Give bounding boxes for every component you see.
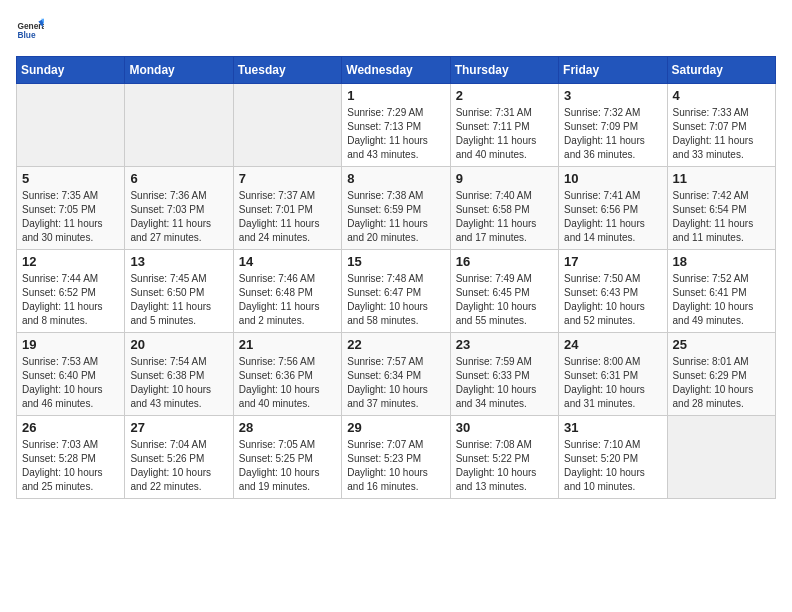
calendar-cell: 26Sunrise: 7:03 AM Sunset: 5:28 PM Dayli… bbox=[17, 416, 125, 499]
day-info: Sunrise: 7:52 AM Sunset: 6:41 PM Dayligh… bbox=[673, 272, 770, 328]
calendar-cell: 24Sunrise: 8:00 AM Sunset: 6:31 PM Dayli… bbox=[559, 333, 667, 416]
day-info: Sunrise: 8:00 AM Sunset: 6:31 PM Dayligh… bbox=[564, 355, 661, 411]
weekday-header-monday: Monday bbox=[125, 57, 233, 84]
calendar-cell: 9Sunrise: 7:40 AM Sunset: 6:58 PM Daylig… bbox=[450, 167, 558, 250]
day-number: 9 bbox=[456, 171, 553, 186]
day-number: 21 bbox=[239, 337, 336, 352]
logo-icon: General Blue bbox=[16, 16, 44, 44]
day-info: Sunrise: 7:44 AM Sunset: 6:52 PM Dayligh… bbox=[22, 272, 119, 328]
day-number: 22 bbox=[347, 337, 444, 352]
calendar-cell: 18Sunrise: 7:52 AM Sunset: 6:41 PM Dayli… bbox=[667, 250, 775, 333]
day-info: Sunrise: 7:07 AM Sunset: 5:23 PM Dayligh… bbox=[347, 438, 444, 494]
weekday-header-sunday: Sunday bbox=[17, 57, 125, 84]
calendar-cell: 8Sunrise: 7:38 AM Sunset: 6:59 PM Daylig… bbox=[342, 167, 450, 250]
page-header: General Blue bbox=[16, 16, 776, 44]
day-number: 6 bbox=[130, 171, 227, 186]
calendar-cell: 31Sunrise: 7:10 AM Sunset: 5:20 PM Dayli… bbox=[559, 416, 667, 499]
day-info: Sunrise: 7:48 AM Sunset: 6:47 PM Dayligh… bbox=[347, 272, 444, 328]
calendar-cell: 6Sunrise: 7:36 AM Sunset: 7:03 PM Daylig… bbox=[125, 167, 233, 250]
day-info: Sunrise: 7:57 AM Sunset: 6:34 PM Dayligh… bbox=[347, 355, 444, 411]
day-info: Sunrise: 8:01 AM Sunset: 6:29 PM Dayligh… bbox=[673, 355, 770, 411]
day-info: Sunrise: 7:35 AM Sunset: 7:05 PM Dayligh… bbox=[22, 189, 119, 245]
calendar-cell bbox=[233, 84, 341, 167]
calendar-cell: 1Sunrise: 7:29 AM Sunset: 7:13 PM Daylig… bbox=[342, 84, 450, 167]
day-info: Sunrise: 7:08 AM Sunset: 5:22 PM Dayligh… bbox=[456, 438, 553, 494]
calendar-cell: 16Sunrise: 7:49 AM Sunset: 6:45 PM Dayli… bbox=[450, 250, 558, 333]
calendar-cell: 29Sunrise: 7:07 AM Sunset: 5:23 PM Dayli… bbox=[342, 416, 450, 499]
day-info: Sunrise: 7:53 AM Sunset: 6:40 PM Dayligh… bbox=[22, 355, 119, 411]
calendar-cell: 4Sunrise: 7:33 AM Sunset: 7:07 PM Daylig… bbox=[667, 84, 775, 167]
day-info: Sunrise: 7:54 AM Sunset: 6:38 PM Dayligh… bbox=[130, 355, 227, 411]
day-number: 30 bbox=[456, 420, 553, 435]
day-info: Sunrise: 7:05 AM Sunset: 5:25 PM Dayligh… bbox=[239, 438, 336, 494]
weekday-header-row: SundayMondayTuesdayWednesdayThursdayFrid… bbox=[17, 57, 776, 84]
calendar-week-4: 19Sunrise: 7:53 AM Sunset: 6:40 PM Dayli… bbox=[17, 333, 776, 416]
day-number: 31 bbox=[564, 420, 661, 435]
day-number: 26 bbox=[22, 420, 119, 435]
calendar-cell: 22Sunrise: 7:57 AM Sunset: 6:34 PM Dayli… bbox=[342, 333, 450, 416]
calendar-cell: 15Sunrise: 7:48 AM Sunset: 6:47 PM Dayli… bbox=[342, 250, 450, 333]
logo: General Blue bbox=[16, 16, 44, 44]
svg-text:Blue: Blue bbox=[17, 30, 35, 40]
day-number: 13 bbox=[130, 254, 227, 269]
calendar-week-3: 12Sunrise: 7:44 AM Sunset: 6:52 PM Dayli… bbox=[17, 250, 776, 333]
calendar-week-1: 1Sunrise: 7:29 AM Sunset: 7:13 PM Daylig… bbox=[17, 84, 776, 167]
day-info: Sunrise: 7:38 AM Sunset: 6:59 PM Dayligh… bbox=[347, 189, 444, 245]
day-number: 10 bbox=[564, 171, 661, 186]
day-number: 4 bbox=[673, 88, 770, 103]
weekday-header-tuesday: Tuesday bbox=[233, 57, 341, 84]
day-number: 28 bbox=[239, 420, 336, 435]
day-number: 1 bbox=[347, 88, 444, 103]
day-number: 5 bbox=[22, 171, 119, 186]
calendar-cell: 28Sunrise: 7:05 AM Sunset: 5:25 PM Dayli… bbox=[233, 416, 341, 499]
calendar-cell: 14Sunrise: 7:46 AM Sunset: 6:48 PM Dayli… bbox=[233, 250, 341, 333]
day-number: 14 bbox=[239, 254, 336, 269]
day-info: Sunrise: 7:32 AM Sunset: 7:09 PM Dayligh… bbox=[564, 106, 661, 162]
calendar-cell: 21Sunrise: 7:56 AM Sunset: 6:36 PM Dayli… bbox=[233, 333, 341, 416]
day-info: Sunrise: 7:42 AM Sunset: 6:54 PM Dayligh… bbox=[673, 189, 770, 245]
weekday-header-thursday: Thursday bbox=[450, 57, 558, 84]
day-info: Sunrise: 7:50 AM Sunset: 6:43 PM Dayligh… bbox=[564, 272, 661, 328]
day-info: Sunrise: 7:45 AM Sunset: 6:50 PM Dayligh… bbox=[130, 272, 227, 328]
day-number: 17 bbox=[564, 254, 661, 269]
day-info: Sunrise: 7:40 AM Sunset: 6:58 PM Dayligh… bbox=[456, 189, 553, 245]
day-info: Sunrise: 7:36 AM Sunset: 7:03 PM Dayligh… bbox=[130, 189, 227, 245]
calendar-cell: 23Sunrise: 7:59 AM Sunset: 6:33 PM Dayli… bbox=[450, 333, 558, 416]
calendar-week-5: 26Sunrise: 7:03 AM Sunset: 5:28 PM Dayli… bbox=[17, 416, 776, 499]
calendar-cell: 20Sunrise: 7:54 AM Sunset: 6:38 PM Dayli… bbox=[125, 333, 233, 416]
weekday-header-friday: Friday bbox=[559, 57, 667, 84]
day-number: 19 bbox=[22, 337, 119, 352]
day-info: Sunrise: 7:59 AM Sunset: 6:33 PM Dayligh… bbox=[456, 355, 553, 411]
day-info: Sunrise: 7:29 AM Sunset: 7:13 PM Dayligh… bbox=[347, 106, 444, 162]
calendar-cell bbox=[125, 84, 233, 167]
day-number: 24 bbox=[564, 337, 661, 352]
day-info: Sunrise: 7:49 AM Sunset: 6:45 PM Dayligh… bbox=[456, 272, 553, 328]
day-number: 25 bbox=[673, 337, 770, 352]
calendar-cell: 19Sunrise: 7:53 AM Sunset: 6:40 PM Dayli… bbox=[17, 333, 125, 416]
day-info: Sunrise: 7:33 AM Sunset: 7:07 PM Dayligh… bbox=[673, 106, 770, 162]
day-info: Sunrise: 7:46 AM Sunset: 6:48 PM Dayligh… bbox=[239, 272, 336, 328]
calendar-cell bbox=[667, 416, 775, 499]
calendar-cell: 11Sunrise: 7:42 AM Sunset: 6:54 PM Dayli… bbox=[667, 167, 775, 250]
day-number: 3 bbox=[564, 88, 661, 103]
calendar-week-2: 5Sunrise: 7:35 AM Sunset: 7:05 PM Daylig… bbox=[17, 167, 776, 250]
calendar-cell: 27Sunrise: 7:04 AM Sunset: 5:26 PM Dayli… bbox=[125, 416, 233, 499]
calendar-cell: 3Sunrise: 7:32 AM Sunset: 7:09 PM Daylig… bbox=[559, 84, 667, 167]
day-info: Sunrise: 7:37 AM Sunset: 7:01 PM Dayligh… bbox=[239, 189, 336, 245]
day-number: 16 bbox=[456, 254, 553, 269]
day-number: 15 bbox=[347, 254, 444, 269]
calendar-cell bbox=[17, 84, 125, 167]
calendar-cell: 12Sunrise: 7:44 AM Sunset: 6:52 PM Dayli… bbox=[17, 250, 125, 333]
calendar-cell: 10Sunrise: 7:41 AM Sunset: 6:56 PM Dayli… bbox=[559, 167, 667, 250]
calendar-cell: 30Sunrise: 7:08 AM Sunset: 5:22 PM Dayli… bbox=[450, 416, 558, 499]
calendar-cell: 17Sunrise: 7:50 AM Sunset: 6:43 PM Dayli… bbox=[559, 250, 667, 333]
day-info: Sunrise: 7:41 AM Sunset: 6:56 PM Dayligh… bbox=[564, 189, 661, 245]
day-info: Sunrise: 7:10 AM Sunset: 5:20 PM Dayligh… bbox=[564, 438, 661, 494]
weekday-header-saturday: Saturday bbox=[667, 57, 775, 84]
weekday-header-wednesday: Wednesday bbox=[342, 57, 450, 84]
day-number: 23 bbox=[456, 337, 553, 352]
day-number: 8 bbox=[347, 171, 444, 186]
day-number: 29 bbox=[347, 420, 444, 435]
day-number: 7 bbox=[239, 171, 336, 186]
day-number: 12 bbox=[22, 254, 119, 269]
